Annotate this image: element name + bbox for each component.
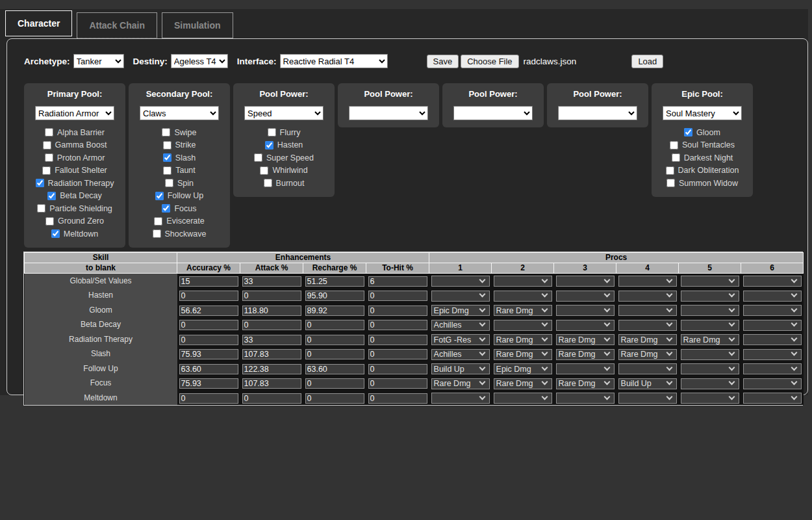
power-row[interactable]: Swipe [129, 126, 230, 139]
proc-select[interactable] [556, 291, 615, 302]
pool-select[interactable] [453, 106, 533, 120]
destiny-select[interactable]: Ageless T4 [171, 54, 228, 68]
power-row[interactable]: Eviscerate [129, 215, 230, 228]
power-checkbox[interactable] [268, 128, 276, 136]
recharge-input[interactable] [305, 349, 364, 359]
tohit-input[interactable] [368, 349, 427, 359]
proc-select[interactable]: Rare Dmg [494, 349, 552, 360]
proc-select[interactable] [556, 320, 615, 331]
power-checkbox[interactable] [163, 166, 171, 175]
power-row[interactable]: Slash [129, 151, 230, 164]
power-row[interactable]: Dark Obliteration [652, 164, 753, 177]
recharge-input[interactable] [305, 378, 364, 389]
power-checkbox[interactable] [162, 204, 170, 213]
power-checkbox[interactable] [45, 217, 54, 226]
power-row[interactable]: Proton Armor [24, 151, 125, 164]
proc-select[interactable]: Rare Dmg [494, 305, 552, 316]
power-row[interactable]: Ground Zero [24, 215, 125, 228]
pool-select[interactable] [349, 106, 428, 120]
skill-name[interactable]: Follow Up [25, 361, 177, 376]
accuracy-input[interactable] [179, 276, 238, 287]
proc-select[interactable] [618, 276, 677, 287]
proc-select[interactable] [681, 363, 739, 374]
power-row[interactable]: Gamma Boost [24, 139, 125, 152]
power-row[interactable]: Hasten [233, 139, 335, 152]
load-button[interactable]: Load [631, 55, 663, 68]
save-button[interactable]: Save [427, 55, 459, 68]
power-checkbox[interactable] [260, 166, 268, 175]
proc-select[interactable] [431, 291, 490, 302]
power-row[interactable]: Meltdown [24, 228, 125, 240]
tohit-input[interactable] [368, 393, 427, 404]
attack-input[interactable] [242, 306, 301, 316]
power-row[interactable]: Shockwave [129, 228, 230, 240]
recharge-input[interactable] [305, 364, 364, 374]
proc-select[interactable] [681, 305, 739, 316]
accuracy-input[interactable] [179, 306, 238, 316]
skill-name[interactable]: Beta Decay [25, 317, 177, 332]
power-row[interactable]: Super Speed [233, 151, 335, 164]
power-checkbox[interactable] [265, 141, 273, 150]
proc-select[interactable] [618, 291, 677, 302]
power-row[interactable]: Follow Up [129, 190, 230, 203]
power-row[interactable]: Darkest Night [652, 151, 753, 164]
proc-select[interactable]: Rare Dmg [494, 334, 552, 345]
tohit-input[interactable] [368, 306, 427, 316]
power-row[interactable]: Fallout Shelter [24, 164, 125, 177]
tohit-input[interactable] [368, 320, 427, 330]
recharge-input[interactable] [305, 320, 364, 330]
proc-select[interactable] [494, 393, 552, 404]
accuracy-input[interactable] [179, 320, 238, 330]
power-checkbox[interactable] [666, 166, 674, 175]
proc-select[interactable]: Rare Dmg [556, 378, 615, 389]
proc-select[interactable]: Rare Dmg [494, 378, 552, 389]
power-checkbox[interactable] [155, 192, 164, 200]
proc-select[interactable]: Rare Dmg [618, 349, 677, 360]
proc-select[interactable] [556, 305, 615, 316]
skill-name[interactable]: Slash [25, 346, 177, 361]
choose-file-button[interactable]: Choose File [461, 55, 518, 68]
power-row[interactable]: Beta Decay [24, 190, 125, 203]
proc-select[interactable] [556, 393, 615, 404]
proc-select[interactable] [618, 320, 677, 331]
attack-input[interactable] [242, 291, 301, 301]
proc-select[interactable]: Rare Dmg [618, 334, 677, 345]
skill-name[interactable]: Meltdown [25, 391, 177, 406]
tab-character[interactable]: Character [5, 10, 72, 36]
interface-select[interactable]: Reactive Radial T4 [280, 54, 388, 68]
proc-select[interactable]: Build Up [431, 363, 490, 374]
recharge-input[interactable] [305, 393, 364, 404]
power-checkbox[interactable] [153, 229, 161, 238]
proc-select[interactable] [743, 291, 802, 302]
recharge-input[interactable] [305, 291, 364, 301]
proc-select[interactable] [618, 363, 677, 374]
tohit-input[interactable] [368, 378, 427, 389]
attack-input[interactable] [242, 378, 301, 389]
power-checkbox[interactable] [165, 179, 173, 187]
proc-select[interactable]: Build Up [618, 378, 677, 389]
pool-select[interactable]: Speed [244, 106, 324, 120]
proc-select[interactable] [431, 393, 490, 404]
proc-select[interactable] [494, 276, 552, 287]
tohit-input[interactable] [368, 276, 427, 287]
accuracy-input[interactable] [179, 349, 238, 359]
proc-select[interactable]: Rare Dmg [681, 334, 739, 345]
power-checkbox[interactable] [163, 153, 171, 162]
tab-attack-chain[interactable]: Attack Chain [77, 12, 157, 38]
proc-select[interactable] [618, 393, 677, 404]
power-checkbox[interactable] [666, 179, 675, 187]
proc-select[interactable] [556, 276, 615, 287]
tohit-input[interactable] [368, 291, 427, 301]
pool-select[interactable]: Radiation Armor [35, 106, 114, 120]
power-checkbox[interactable] [154, 217, 162, 226]
pool-select[interactable]: Soul Mastery [663, 106, 742, 120]
power-row[interactable]: Summon Widow [652, 177, 753, 190]
recharge-input[interactable] [305, 306, 364, 316]
proc-select[interactable] [743, 393, 802, 404]
power-checkbox[interactable] [670, 141, 678, 150]
attack-input[interactable] [242, 320, 301, 330]
power-row[interactable]: Soul Tentacles [652, 139, 753, 152]
power-checkbox[interactable] [162, 128, 170, 136]
skill-name[interactable]: Hasten [25, 288, 177, 303]
power-checkbox[interactable] [45, 153, 53, 162]
